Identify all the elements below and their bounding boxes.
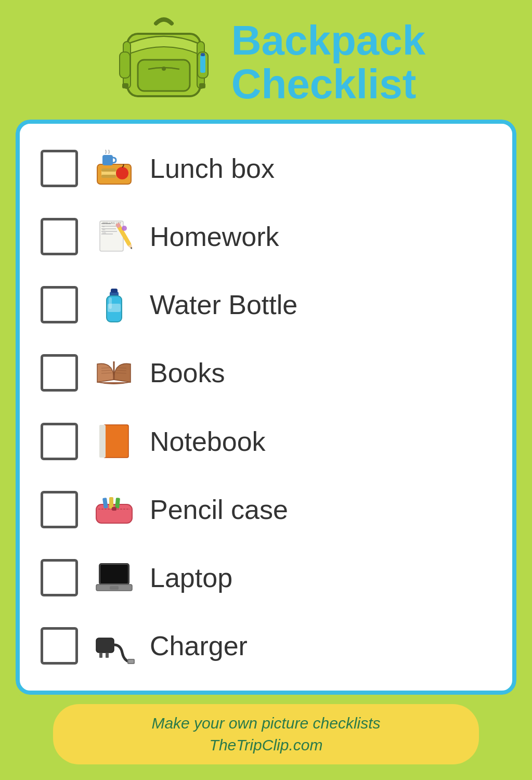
svg-rect-18 (102, 155, 113, 165)
checkbox-homework[interactable] (41, 218, 78, 255)
svg-point-33 (122, 226, 127, 231)
homework-label: Homework (150, 221, 279, 252)
svg-rect-35 (111, 289, 118, 293)
list-item: SPELLING LIST for the kids Homework (41, 211, 491, 263)
footer-line1: Make your own picture checklists (151, 714, 380, 732)
title-line2: Checklist (231, 61, 417, 107)
laptop-icon (90, 557, 137, 599)
svg-rect-67 (99, 653, 102, 658)
svg-rect-61 (112, 507, 116, 511)
svg-rect-16 (101, 175, 116, 178)
svg-point-3 (162, 67, 166, 71)
page-wrapper: Backpack Checklist (0, 0, 532, 780)
checkbox-charger[interactable] (41, 627, 78, 665)
notebook-label: Notebook (150, 426, 266, 457)
svg-rect-2 (138, 60, 190, 91)
svg-rect-11 (201, 53, 205, 56)
svg-rect-63 (100, 565, 128, 583)
svg-text:the: the (102, 228, 106, 231)
list-item: Laptop (41, 552, 491, 604)
pencil-case-icon (90, 489, 137, 530)
svg-rect-8 (122, 83, 128, 88)
svg-rect-39 (109, 297, 112, 309)
svg-point-17 (116, 167, 128, 179)
footer-badge: Make your own picture checklists TheTrip… (53, 704, 479, 764)
svg-text:kids: kids (102, 231, 106, 234)
list-item: Water Bottle (41, 279, 491, 331)
footer-line2: TheTripClip.com (210, 736, 323, 753)
checkbox-books[interactable] (41, 354, 78, 392)
water-bottle-icon (90, 284, 137, 326)
checkbox-laptop[interactable] (41, 559, 78, 596)
notebook-icon (90, 421, 137, 462)
checkbox-notebook[interactable] (41, 423, 78, 460)
page-title: Backpack Checklist (231, 19, 426, 106)
list-item: Books (41, 347, 491, 399)
homework-icon: SPELLING LIST for the kids (90, 216, 137, 257)
checklist-card: Lunch box SPELLING LIST for the kids (16, 120, 516, 695)
checkbox-lunch-box[interactable] (41, 150, 78, 187)
svg-rect-68 (106, 653, 109, 658)
lunch-box-label: Lunch box (150, 153, 275, 184)
charger-label: Charger (150, 630, 248, 661)
footer-text: Make your own picture checklists TheTrip… (84, 712, 448, 756)
list-item: Lunch box (41, 142, 491, 194)
books-icon (90, 352, 137, 394)
list-item: Notebook (41, 415, 491, 467)
svg-rect-70 (128, 660, 134, 663)
svg-rect-6 (120, 52, 130, 78)
books-label: Books (150, 357, 225, 388)
water-bottle-label: Water Bottle (150, 289, 297, 320)
lunch-box-icon (90, 148, 137, 189)
svg-rect-52 (103, 425, 128, 458)
checkbox-pencil-case[interactable] (41, 491, 78, 528)
pencil-case-label: Pencil case (150, 494, 288, 525)
title-line1: Backpack (231, 17, 426, 63)
svg-rect-9 (199, 83, 205, 88)
charger-icon (90, 625, 137, 667)
svg-text:for: for (102, 225, 105, 228)
svg-rect-66 (96, 638, 114, 653)
checkbox-water-bottle[interactable] (41, 286, 78, 323)
header: Backpack Checklist (16, 0, 516, 120)
svg-rect-15 (101, 168, 116, 172)
list-item: Pencil case (41, 484, 491, 536)
laptop-label: Laptop (150, 562, 232, 593)
list-item: Charger (41, 620, 491, 672)
svg-rect-54 (99, 425, 106, 458)
svg-rect-10 (200, 55, 205, 73)
backpack-icon (107, 10, 221, 114)
svg-rect-59 (109, 497, 113, 509)
svg-rect-65 (110, 586, 119, 590)
